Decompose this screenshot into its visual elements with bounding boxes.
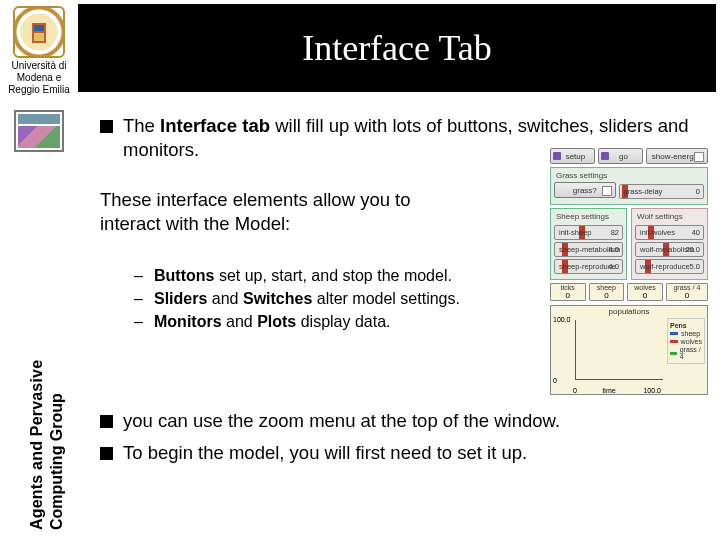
- ticks-monitor: ticks0: [550, 283, 586, 301]
- svg-rect-1: [34, 25, 44, 31]
- grass-switch[interactable]: grass?: [554, 182, 616, 198]
- bullet-square-icon: [100, 120, 113, 133]
- grass-monitor: grass / 40: [666, 283, 708, 301]
- dash-icon: –: [134, 312, 148, 333]
- sheep-settings-group: Sheep settings init-sheep82 sheep-metabo…: [550, 208, 627, 280]
- init-wolves-slider[interactable]: init-wolves40: [635, 225, 704, 240]
- wolf-reproduce-slider[interactable]: wolf-reproduce5.0: [635, 259, 704, 274]
- wolf-settings-group: Wolf settings init-wolves40 wolf-metabol…: [631, 208, 708, 280]
- group-name-line1: Agents and Pervasive: [28, 360, 46, 530]
- wolves-monitor: wolves0: [627, 283, 663, 301]
- sidebar: Università di Modena e Reggio Emilia Age…: [0, 0, 78, 540]
- sheep-metabolism-slider[interactable]: sheep-metabolism4.0: [554, 242, 623, 257]
- netlogo-widgets-illustration: setup go show-energy? Grass settings gra…: [550, 148, 708, 395]
- grass-settings-group: Grass settings grass? grass-delay0: [550, 167, 708, 205]
- group-name-line2: Computing Group: [48, 393, 66, 530]
- setup-button[interactable]: setup: [550, 148, 595, 164]
- group-name: Agents and Pervasive Computing Group: [4, 284, 52, 524]
- sheep-reproduce-slider[interactable]: sheep-reproduce4.0: [554, 259, 623, 274]
- bullet-square-icon: [100, 415, 113, 428]
- title-bar: Interface Tab: [78, 4, 716, 92]
- grass-delay-slider[interactable]: grass-delay0: [619, 184, 704, 199]
- sheep-monitor: sheep0: [589, 283, 625, 301]
- wolf-metabolism-slider[interactable]: wolf-metabolism20.0: [635, 242, 704, 257]
- populations-plot: populations 100.0 0 0 100.0 time Pens sh…: [550, 305, 708, 395]
- university-crest-icon: [13, 6, 65, 58]
- plot-legend: Pens sheep wolves grass / 4: [667, 318, 705, 364]
- bullet-square-icon: [100, 447, 113, 460]
- bullet-setup: To begin the model, you will first need …: [100, 441, 704, 465]
- group-logo-icon: [14, 110, 64, 152]
- bullet-zoom: you can use the zoom menu at the top of …: [100, 409, 704, 433]
- show-energy-switch[interactable]: show-energy?: [646, 148, 708, 164]
- go-button[interactable]: go: [598, 148, 643, 164]
- slide-title: Interface Tab: [302, 27, 492, 69]
- svg-rect-2: [34, 33, 44, 41]
- paragraph-intro: These interface elements allow you to in…: [100, 188, 520, 236]
- university-name: Università di Modena e Reggio Emilia: [0, 60, 78, 104]
- init-sheep-slider[interactable]: init-sheep82: [554, 225, 623, 240]
- dash-icon: –: [134, 266, 148, 287]
- dash-icon: –: [134, 289, 148, 310]
